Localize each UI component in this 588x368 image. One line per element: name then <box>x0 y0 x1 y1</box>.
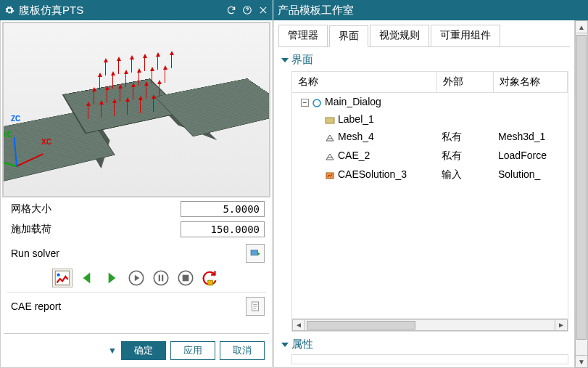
circle-icon <box>312 98 322 107</box>
mesh-size-input[interactable] <box>181 201 265 217</box>
load-input[interactable] <box>181 221 265 237</box>
chevron-down-icon <box>281 343 289 347</box>
cae-report-button[interactable] <box>246 297 265 316</box>
svg-rect-16 <box>326 118 334 123</box>
cancel-button[interactable]: 取消 <box>220 341 265 360</box>
tab-bar: 管理器 界面 视觉规则 可重用组件 <box>274 20 574 46</box>
dialog-title-bar: 腹板仿真PTS <box>0 0 273 20</box>
load-label: 施加载荷 <box>11 223 181 236</box>
tab-visual-rules[interactable]: 视觉规则 <box>370 25 429 46</box>
reset-icon[interactable] <box>200 269 220 287</box>
vertical-scrollbar[interactable]: ▲▼ <box>575 20 588 368</box>
svg-rect-7 <box>162 275 163 282</box>
help-icon[interactable] <box>242 5 252 15</box>
tree-node-label: Label_1 <box>338 113 374 125</box>
results-icon[interactable] <box>52 269 73 287</box>
col-external[interactable]: 外部 <box>437 72 494 92</box>
model-viewport[interactable]: ZC XC YC <box>2 22 270 197</box>
ok-button[interactable]: 确定 <box>121 341 166 360</box>
svg-rect-1 <box>251 250 257 255</box>
tree-node-label: CAE_2 <box>338 150 370 161</box>
tree-node-label: Main_Dialog <box>325 96 381 107</box>
cae-report-label: CAE report <box>11 300 61 312</box>
svg-point-15 <box>313 99 320 107</box>
run-solver-label: Run solver <box>11 248 59 259</box>
close-icon[interactable] <box>258 5 268 15</box>
step-forward-icon[interactable] <box>102 269 122 287</box>
tab-manager[interactable]: 管理器 <box>278 25 328 46</box>
mesh-icon <box>325 152 335 160</box>
table-row[interactable]: CAE_2私有LoadForce <box>292 147 568 165</box>
tab-interface[interactable]: 界面 <box>329 25 368 47</box>
interface-tree-table: 名称 外部 对象名称 −Main_DialogLabel_1Mesh_4私有Me… <box>291 71 568 332</box>
play-icon[interactable] <box>126 269 146 287</box>
load-row: 施加载荷 <box>1 219 272 240</box>
panel-title-bar: 产品模板工作室 <box>273 0 588 20</box>
svg-rect-6 <box>159 275 160 282</box>
step-back-icon[interactable] <box>77 269 97 287</box>
tree-toggle[interactable]: − <box>301 99 309 107</box>
col-name[interactable]: 名称 <box>292 72 437 92</box>
tree-node-label: Mesh_4 <box>338 131 374 142</box>
refresh-icon[interactable] <box>226 5 236 15</box>
simulation-dialog: 腹板仿真PTS <box>0 0 273 368</box>
template-studio-panel: 产品模板工作室 管理器 界面 视觉规则 可重用组件 界面 名称 外部 对象名称 <box>273 0 588 368</box>
table-row[interactable]: Label_1 <box>292 110 568 128</box>
tree-node-label: CAESolution_3 <box>338 168 407 180</box>
table-row[interactable]: CAESolution_3输入Solution_ <box>292 165 568 184</box>
svg-rect-9 <box>183 275 189 282</box>
table-row[interactable]: −Main_Dialog <box>292 93 568 110</box>
playback-bar <box>7 264 266 293</box>
dialog-title: 腹板仿真PTS <box>19 4 83 17</box>
table-row[interactable]: Mesh_4私有Mesh3d_1 <box>292 128 568 147</box>
coord-triad: ZC XC YC <box>17 123 60 167</box>
chevron-down-icon <box>281 58 289 62</box>
section-attributes[interactable]: 属性 <box>274 332 574 354</box>
svg-point-5 <box>154 271 168 285</box>
tab-reusable[interactable]: 可重用组件 <box>431 25 500 46</box>
horizontal-scrollbar[interactable]: ◄► <box>292 318 568 331</box>
stop-icon[interactable] <box>175 269 196 287</box>
gear-icon[interactable] <box>4 5 15 15</box>
mesh-icon <box>325 133 335 142</box>
label-icon <box>325 115 335 124</box>
run-solver-button[interactable] <box>246 244 265 263</box>
mesh-size-row: 网格大小 <box>1 199 272 219</box>
panel-title: 产品模板工作室 <box>278 4 354 17</box>
mesh-size-label: 网格大小 <box>11 203 181 216</box>
solution-icon <box>325 171 335 179</box>
svg-rect-10 <box>208 280 213 285</box>
pause-icon[interactable] <box>151 269 171 287</box>
col-obj-name[interactable]: 对象名称 <box>494 72 568 92</box>
section-interface[interactable]: 界面 <box>274 47 574 70</box>
apply-button[interactable]: 应用 <box>170 341 215 360</box>
svg-point-3 <box>57 274 59 277</box>
